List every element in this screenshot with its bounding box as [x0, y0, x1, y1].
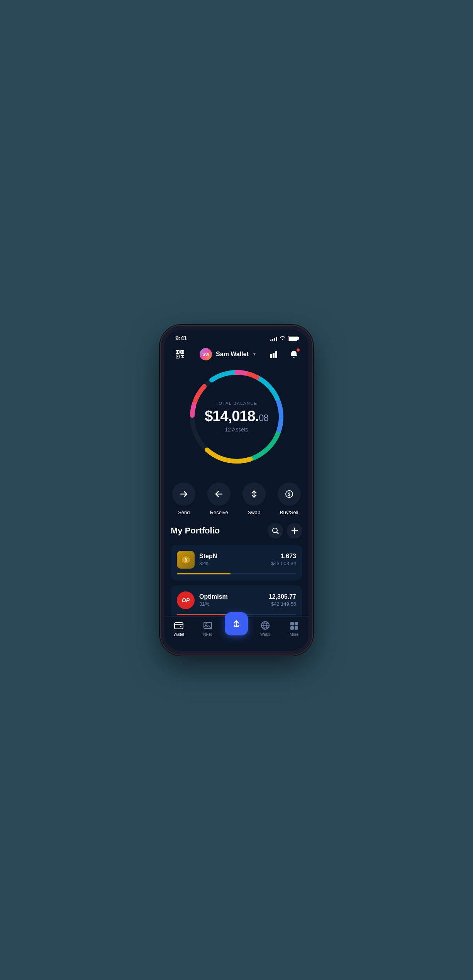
scan-button[interactable] [172, 346, 188, 362]
avatar: SW [200, 348, 212, 360]
svg-rect-5 [177, 356, 178, 357]
svg-point-32 [180, 626, 181, 627]
svg-rect-11 [273, 353, 275, 358]
svg-point-25 [273, 528, 277, 533]
buysell-button[interactable]: $ Buy/Sell [273, 482, 305, 515]
send-button[interactable]: Send [168, 482, 200, 515]
wallet-nav-label: Wallet [174, 632, 184, 637]
stepn-usd: $43,003.34 [271, 560, 296, 566]
wallet-nav-icon [173, 620, 184, 631]
signal-icon [270, 336, 277, 341]
action-buttons: Send Receive Swap [164, 479, 309, 523]
stepn-progress [177, 573, 296, 574]
add-asset-button[interactable] [287, 523, 302, 538]
swap-label: Swap [248, 510, 261, 515]
header-right [268, 347, 301, 361]
more-nav-icon [289, 620, 300, 631]
bottom-navigation: Wallet NFTs [164, 617, 309, 651]
chart-button[interactable] [268, 347, 281, 361]
svg-rect-45 [295, 626, 298, 630]
asset-card-stepn[interactable]: ₿ StepN 32% 1.673 $43,003.34 [171, 545, 302, 581]
swap-icon [242, 482, 266, 506]
svg-text:₿: ₿ [185, 558, 187, 562]
nav-center [222, 612, 251, 635]
chevron-down-icon: ▾ [253, 352, 256, 357]
stepn-progress-fill [177, 573, 231, 574]
battery-icon [288, 336, 298, 341]
notification-badge [296, 348, 300, 352]
send-label: Send [178, 510, 190, 515]
nav-wallet[interactable]: Wallet [164, 620, 193, 637]
wallet-selector[interactable]: SW Sam Wallet ▾ [200, 348, 256, 360]
optimism-name: Optimism [199, 593, 264, 600]
receive-label: Receive [210, 510, 228, 515]
assets-count: 12 Assets [198, 426, 275, 433]
svg-text:$: $ [288, 491, 290, 497]
stepn-value: 1.673 $43,003.34 [271, 553, 296, 566]
stepn-info: StepN 32% [199, 553, 266, 566]
status-time: 9:41 [175, 335, 187, 342]
svg-rect-42 [290, 622, 294, 625]
nav-nfts[interactable]: NFTs [193, 620, 222, 637]
send-icon [172, 482, 195, 506]
svg-rect-4 [181, 351, 183, 353]
receive-button[interactable]: Receive [203, 482, 235, 515]
nav-web3[interactable]: Web3 [251, 620, 280, 637]
notch [214, 329, 260, 343]
stepn-amount: 1.673 [271, 553, 296, 560]
svg-rect-3 [177, 351, 178, 353]
center-action-button[interactable] [225, 612, 248, 635]
optimism-percent: 31% [199, 601, 264, 607]
receive-icon [207, 482, 231, 506]
portfolio-section: My Portfolio [164, 523, 309, 617]
notification-button[interactable] [287, 347, 301, 361]
swap-button[interactable]: Swap [239, 482, 270, 515]
balance-ring: TOTAL BALANCE $14,018.08 12 Assets [186, 367, 287, 467]
svg-rect-12 [275, 351, 277, 358]
web3-nav-icon [260, 620, 271, 631]
stepn-percent: 32% [199, 560, 266, 566]
balance-label: TOTAL BALANCE [198, 401, 275, 406]
svg-rect-10 [270, 354, 272, 358]
svg-rect-44 [290, 626, 294, 630]
asset-row-optimism: OP Optimism 31% 12,305.77 $42,149.56 [177, 591, 296, 609]
optimism-amount: 12,305.77 [269, 593, 296, 600]
asset-row-stepn: ₿ StepN 32% 1.673 $43,003.34 [177, 551, 296, 569]
svg-rect-43 [295, 622, 298, 625]
stepn-icon: ₿ [177, 551, 195, 569]
app-header: SW Sam Wallet ▾ [164, 343, 309, 367]
buysell-icon: $ [278, 482, 301, 506]
portfolio-title: My Portfolio [171, 526, 220, 536]
search-button[interactable] [268, 523, 283, 538]
nfts-nav-icon [202, 620, 213, 631]
web3-nav-label: Web3 [260, 632, 270, 637]
balance-center: TOTAL BALANCE $14,018.08 12 Assets [198, 401, 275, 433]
stepn-name: StepN [199, 553, 266, 560]
wifi-icon [280, 335, 286, 341]
portfolio-header: My Portfolio [171, 523, 302, 538]
svg-rect-31 [175, 623, 183, 629]
nfts-nav-label: NFTs [203, 632, 212, 637]
balance-amount: $14,018.08 [198, 409, 275, 423]
wallet-name: Sam Wallet [216, 351, 249, 358]
nav-more[interactable]: More [280, 620, 309, 637]
asset-card-optimism[interactable]: OP Optimism 31% 12,305.77 $42,149.56 [171, 585, 302, 617]
optimism-info: Optimism 31% [199, 593, 264, 607]
status-icons [270, 335, 298, 341]
buysell-label: Buy/Sell [280, 510, 298, 515]
optimism-value: 12,305.77 $42,149.56 [269, 593, 296, 607]
optimism-icon: OP [177, 591, 195, 609]
svg-line-26 [277, 532, 278, 534]
more-nav-label: More [290, 632, 298, 637]
portfolio-actions [268, 523, 302, 538]
optimism-progress-fill [177, 614, 228, 615]
optimism-usd: $42,149.56 [269, 601, 296, 607]
balance-section: TOTAL BALANCE $14,018.08 12 Assets [164, 367, 309, 479]
